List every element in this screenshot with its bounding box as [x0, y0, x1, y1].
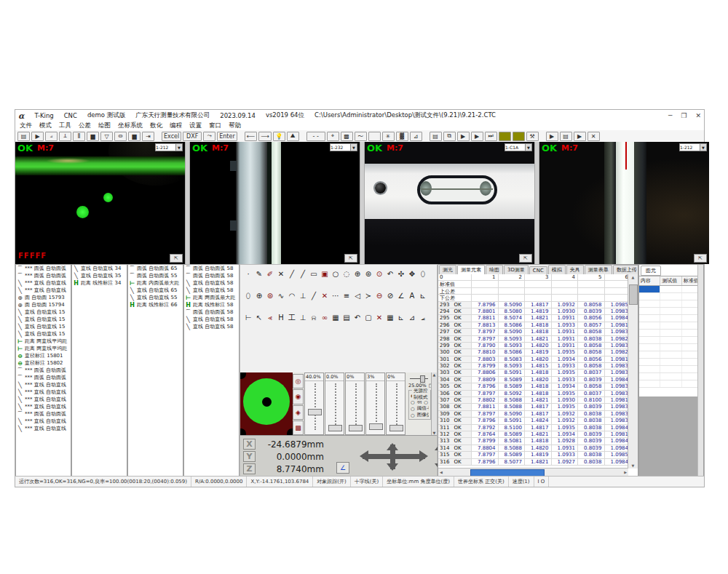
feature-list-item[interactable]: ╲直线 自动直线 15 — [16, 330, 71, 338]
table-tab-模拟[interactable]: 模拟 — [548, 265, 566, 274]
feature-list-item[interactable]: ⌒*** 圆弧 自动圆弧 — [16, 272, 71, 279]
star-button[interactable]: ✳ — [382, 132, 395, 141]
element-row[interactable] — [639, 330, 703, 337]
table-row[interactable]: 316OK7.87968.50771.48211.09270.80381.098… — [438, 459, 628, 466]
element-row[interactable] — [639, 315, 703, 322]
menu-item-文件[interactable]: 文件 — [20, 121, 32, 130]
light-select-button[interactable]: ▩ — [293, 420, 304, 435]
menu-item-窗口[interactable]: 窗口 — [209, 121, 221, 130]
ring-light-indicator[interactable] — [240, 372, 293, 435]
table-row[interactable]: 312OK7.87648.50891.48211.09340.80391.098… — [438, 431, 628, 438]
menu-item-帮助[interactable]: 帮助 — [229, 121, 241, 130]
tool-icon[interactable]: ↖ — [254, 313, 264, 322]
feature-list-item[interactable]: H距离 线性标注 34 — [72, 279, 127, 287]
step-button[interactable]: ⇥ — [142, 132, 154, 141]
feature-list-item[interactable]: H距离 线性标注 66 — [128, 301, 183, 308]
menu-item-公差[interactable]: 公差 — [79, 121, 91, 130]
table-tab-3D测量[interactable]: 3D测量 — [504, 265, 529, 274]
light-channel-slider[interactable]: 0% — [345, 372, 365, 435]
table-tab-测光[interactable]: 测光 — [439, 265, 456, 274]
light-select-button[interactable]: ◉ — [293, 389, 304, 404]
table-row[interactable]: 299OK7.87908.50931.48201.09310.80581.098… — [438, 343, 628, 349]
element-row[interactable] — [639, 337, 703, 344]
feature-list-item[interactable]: ⌒圆弧 自动圆弧 58 — [184, 308, 239, 316]
feature-list-item[interactable]: ⊖直径标注 15802 — [16, 359, 71, 367]
play2-button[interactable]: ▶ — [546, 132, 558, 141]
table-tab-测量表单[interactable]: 测量表单 — [585, 265, 612, 274]
feature-list-item[interactable]: ╲直线 自动直线 15 — [16, 323, 71, 330]
feature-list-item[interactable]: ╲*** 直线 自动直线 — [16, 403, 71, 410]
table-tab-绘图[interactable]: 绘图 — [486, 265, 503, 274]
image-opt-radio[interactable]: ○ — [411, 412, 415, 418]
table-row[interactable]: 313OK7.87998.50811.48181.09280.80391.098… — [438, 438, 628, 445]
light-options-scrollbar[interactable]: ▲▼ — [431, 372, 437, 435]
light-select-button[interactable]: ◈ — [293, 405, 304, 420]
tool-icon[interactable]: ⦟ — [418, 313, 428, 322]
tool-icon[interactable]: ▣ — [320, 269, 330, 279]
feature-list-item[interactable]: ╲*** 直线 自动直线 — [16, 279, 71, 287]
tool-icon[interactable]: ╱ — [298, 269, 308, 279]
tool-icon[interactable]: A — [407, 291, 417, 300]
table-row[interactable]: 标准值 — [438, 281, 628, 287]
open-button[interactable]: ▶ — [31, 132, 44, 141]
axis-plot-button[interactable]: ∠ — [336, 462, 349, 474]
tool-icon[interactable]: ↶ — [352, 313, 363, 322]
measurement-grid[interactable]: 0123456标准值上公差下公差293OK7.87968.50901.48171… — [438, 274, 628, 469]
tool-icon[interactable]: ⊢ — [243, 313, 253, 322]
tool-icon[interactable]: ⊕ — [352, 269, 363, 279]
tool-icon[interactable]: ✕ — [320, 291, 330, 300]
dxf-export-button[interactable]: DXF — [183, 132, 202, 141]
table-row[interactable]: 上公差 — [438, 288, 628, 295]
table-tab-数据上传[interactable]: 数据上传 — [613, 265, 638, 274]
feature-list-item[interactable]: ⌒圆弧 自动圆弧 55 — [128, 272, 183, 279]
save3-button[interactable]: ▤ — [560, 132, 572, 141]
camera2-fit-button[interactable]: ⇱ — [344, 254, 357, 263]
camera-splitter[interactable] — [185, 142, 190, 264]
element-row[interactable] — [639, 286, 703, 293]
tool-icon[interactable]: ╱ — [309, 291, 319, 300]
tool-t-button[interactable]: Ʇ — [59, 132, 71, 141]
table-row[interactable]: 315OK7.87978.50891.48191.09330.80381.098… — [438, 452, 628, 458]
light-channel-slider[interactable]: 40.0% — [304, 372, 324, 435]
element-row[interactable] — [639, 373, 703, 380]
dither-button[interactable]: ▓ — [396, 132, 408, 141]
feature-list-item[interactable]: ⌒*** 圆弧 自动圆弧 — [16, 367, 71, 374]
feature-list-item[interactable]: ⌒圆弧 自动圆弧 58 — [184, 265, 239, 272]
tool-icon[interactable]: ⋯ — [331, 291, 341, 300]
element-tab[interactable]: 图元 — [641, 266, 661, 276]
tool-icon[interactable]: ✐ — [265, 269, 275, 279]
light-bulb-button[interactable]: 💡 — [273, 132, 285, 141]
feature-list-item[interactable]: ╲直线 自动直线 15 — [16, 316, 71, 323]
tool-icon[interactable]: ∿ — [276, 291, 286, 300]
camera-splitter[interactable] — [360, 142, 365, 264]
feature-list-item[interactable]: ⊕圆 自动圆 15793 — [16, 294, 71, 301]
menu-item-模式[interactable]: 模式 — [39, 121, 52, 130]
table-tab-测量元素[interactable]: 测量元素 — [457, 265, 485, 274]
tool-icon[interactable]: ▭ — [309, 269, 319, 279]
arrow-right-button[interactable]: ⟶ — [258, 132, 271, 141]
table-row[interactable]: 301OK7.88038.50831.48201.09340.80561.098… — [438, 356, 628, 363]
cup-button[interactable]: ▽ — [100, 132, 113, 141]
multi-save-button[interactable]: ⧉ — [443, 132, 456, 141]
feature-list-item[interactable]: ╲直线 自动直线 65 — [128, 287, 183, 294]
tool-icon[interactable]: ✥ — [407, 269, 417, 279]
table-row[interactable]: 297OK7.87978.50901.48181.09310.80581.098… — [438, 329, 628, 335]
table-tab-CNC[interactable]: CNC — [529, 266, 547, 274]
tool-icon[interactable]: ∞ — [320, 313, 330, 322]
feature-list-item[interactable]: ⌒*** 圆弧 自动圆弧 — [16, 265, 71, 272]
table-vertical-scrollbar[interactable]: ▲▼ — [628, 274, 638, 469]
table-row[interactable]: 307OK7.88028.50881.48211.09300.81001.098… — [438, 397, 628, 404]
feature-list-item[interactable]: ⌒圆弧 自动圆弧 58 — [184, 272, 239, 279]
tool-icon[interactable]: ✎ — [254, 269, 264, 279]
element-row[interactable] — [639, 322, 703, 330]
tool-icon[interactable]: ✕ — [276, 269, 286, 279]
table-tab-夹具[interactable]: 夹具 — [566, 265, 584, 274]
feature-list-item[interactable]: ╲*** 直线 自动直线 — [16, 381, 71, 388]
table-row[interactable]: 308OK7.88118.50881.48171.09350.80391.098… — [438, 404, 628, 410]
tool-icon[interactable]: ⊛ — [363, 269, 373, 279]
feature-list-item[interactable]: ╲直线 自动直线 55 — [128, 294, 183, 301]
run-button[interactable]: ▶ — [471, 132, 483, 141]
camera-view-2[interactable]: OK M:7 1-232▼ ⇱ — [190, 142, 360, 264]
table-row[interactable]: 309OK7.87978.50901.48171.09320.80381.098… — [438, 411, 628, 418]
element-row[interactable] — [639, 366, 703, 373]
